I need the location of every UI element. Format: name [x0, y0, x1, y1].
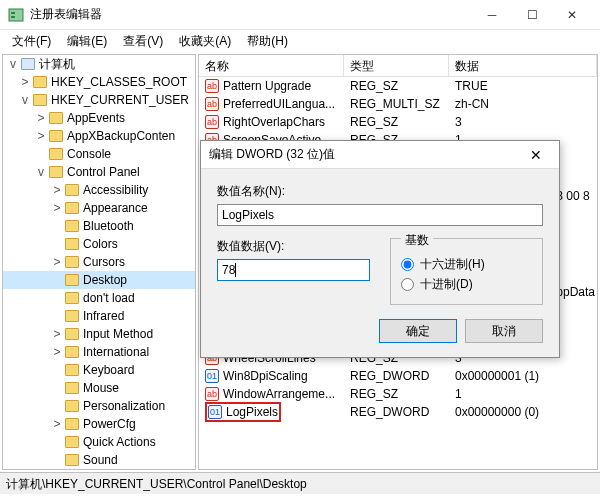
expander-icon[interactable]: [51, 399, 63, 413]
tree-label: Mouse: [83, 381, 119, 395]
cancel-button[interactable]: 取消: [465, 319, 543, 343]
value-type: REG_SZ: [344, 79, 449, 93]
ok-button[interactable]: 确定: [379, 319, 457, 343]
window-title: 注册表编辑器: [30, 6, 472, 23]
expander-icon[interactable]: [51, 309, 63, 323]
folder-icon: [65, 292, 79, 304]
expander-icon[interactable]: [51, 237, 63, 251]
list-row[interactable]: abPattern UpgradeREG_SZTRUE: [199, 77, 597, 95]
maximize-button[interactable]: ☐: [512, 1, 552, 29]
expander-icon[interactable]: [51, 363, 63, 377]
expander-icon[interactable]: >: [19, 75, 31, 89]
list-row[interactable]: 01LogPixelsREG_DWORD0x00000000 (0): [199, 403, 597, 421]
tree-node[interactable]: >Accessibility: [3, 181, 195, 199]
tree-node[interactable]: Quick Actions: [3, 433, 195, 451]
tree-node[interactable]: >Cursors: [3, 253, 195, 271]
tree-node[interactable]: vControl Panel: [3, 163, 195, 181]
svg-rect-0: [9, 9, 23, 21]
folder-icon: [49, 130, 63, 142]
radix-label: 基数: [401, 232, 433, 249]
menu-favorites[interactable]: 收藏夹(A): [173, 31, 237, 52]
tree-label: don't load: [83, 291, 135, 305]
value-name: PreferredUILangua...: [223, 97, 335, 111]
expander-icon[interactable]: >: [51, 183, 63, 197]
tree-node[interactable]: Infrared: [3, 307, 195, 325]
list-row[interactable]: 01Win8DpiScalingREG_DWORD0x00000001 (1): [199, 367, 597, 385]
value-type: REG_SZ: [344, 115, 449, 129]
expander-icon[interactable]: [35, 147, 47, 161]
menu-help[interactable]: 帮助(H): [241, 31, 294, 52]
expander-icon[interactable]: [51, 273, 63, 287]
folder-icon: [65, 220, 79, 232]
expander-icon[interactable]: >: [35, 111, 47, 125]
menu-view[interactable]: 查看(V): [117, 31, 169, 52]
expander-icon[interactable]: >: [35, 129, 47, 143]
app-icon: [8, 7, 24, 23]
tree-node[interactable]: >Appearance: [3, 199, 195, 217]
value-icon: ab: [205, 115, 219, 129]
list-row[interactable]: abWindowArrangeme...REG_SZ1: [199, 385, 597, 403]
expander-icon[interactable]: [51, 291, 63, 305]
list-row[interactable]: abPreferredUILangua...REG_MULTI_SZzh-CN: [199, 95, 597, 113]
tree-root[interactable]: v计算机: [3, 55, 195, 73]
menubar: 文件(F) 编辑(E) 查看(V) 收藏夹(A) 帮助(H): [0, 30, 600, 52]
list-row[interactable]: abRightOverlapCharsREG_SZ3: [199, 113, 597, 131]
tree-label: Desktop: [83, 273, 127, 287]
col-name[interactable]: 名称: [199, 55, 344, 76]
titlebar: 注册表编辑器 ─ ☐ ✕: [0, 0, 600, 30]
radix-dec-radio[interactable]: 十进制(D): [401, 274, 532, 294]
radix-group: 基数 十六进制(H) 十进制(D): [390, 238, 543, 305]
tree-node[interactable]: vHKEY_CURRENT_USER: [3, 91, 195, 109]
tree-node[interactable]: >AppEvents: [3, 109, 195, 127]
folder-icon: [65, 454, 79, 466]
dialog-close-button[interactable]: ✕: [521, 147, 551, 163]
expander-icon[interactable]: [51, 435, 63, 449]
tree-node[interactable]: Sound: [3, 451, 195, 469]
tree-label: Appearance: [83, 201, 148, 215]
value-name-input[interactable]: [217, 204, 543, 226]
tree-label: Accessibility: [83, 183, 148, 197]
value-name: RightOverlapChars: [223, 115, 325, 129]
value-data: TRUE: [449, 79, 597, 93]
value-data-input[interactable]: 78: [217, 259, 370, 281]
menu-edit[interactable]: 编辑(E): [61, 31, 113, 52]
expander-icon[interactable]: v: [19, 93, 31, 107]
expander-icon[interactable]: [51, 219, 63, 233]
folder-icon: [65, 184, 79, 196]
tree-node[interactable]: Colors: [3, 235, 195, 253]
folder-icon: [49, 148, 63, 160]
expander-icon[interactable]: >: [51, 327, 63, 341]
tree-node[interactable]: Desktop: [3, 271, 195, 289]
list-header: 名称 类型 数据: [199, 55, 597, 77]
tree-node[interactable]: >HKEY_CLASSES_ROOT: [3, 73, 195, 91]
expander-icon[interactable]: [51, 381, 63, 395]
value-data: zh-CN: [449, 97, 597, 111]
expander-icon[interactable]: >: [51, 255, 63, 269]
tree-label: Input Method: [83, 327, 153, 341]
tree-node[interactable]: Console: [3, 145, 195, 163]
tree-node[interactable]: don't load: [3, 289, 195, 307]
tree-pane[interactable]: v计算机>HKEY_CLASSES_ROOTvHKEY_CURRENT_USER…: [2, 54, 196, 470]
expander-icon[interactable]: >: [51, 345, 63, 359]
col-data[interactable]: 数据: [449, 55, 597, 76]
tree-node[interactable]: Personalization: [3, 397, 195, 415]
col-type[interactable]: 类型: [344, 55, 449, 76]
tree-node[interactable]: >AppXBackupConten: [3, 127, 195, 145]
expander-icon[interactable]: >: [51, 417, 63, 431]
radix-hex-radio[interactable]: 十六进制(H): [401, 254, 532, 274]
tree-node[interactable]: >PowerCfg: [3, 415, 195, 433]
expander-icon[interactable]: v: [35, 165, 47, 179]
minimize-button[interactable]: ─: [472, 1, 512, 29]
value-name-label: 数值名称(N):: [217, 183, 543, 200]
close-button[interactable]: ✕: [552, 1, 592, 29]
tree-node[interactable]: Bluetooth: [3, 217, 195, 235]
menu-file[interactable]: 文件(F): [6, 31, 57, 52]
expander-icon[interactable]: >: [51, 201, 63, 215]
obscured-data: [556, 221, 595, 253]
tree-node[interactable]: >International: [3, 343, 195, 361]
expander-icon[interactable]: [51, 453, 63, 467]
tree-node[interactable]: Mouse: [3, 379, 195, 397]
tree-node[interactable]: >Input Method: [3, 325, 195, 343]
value-data-label: 数值数据(V):: [217, 238, 370, 255]
tree-node[interactable]: Keyboard: [3, 361, 195, 379]
